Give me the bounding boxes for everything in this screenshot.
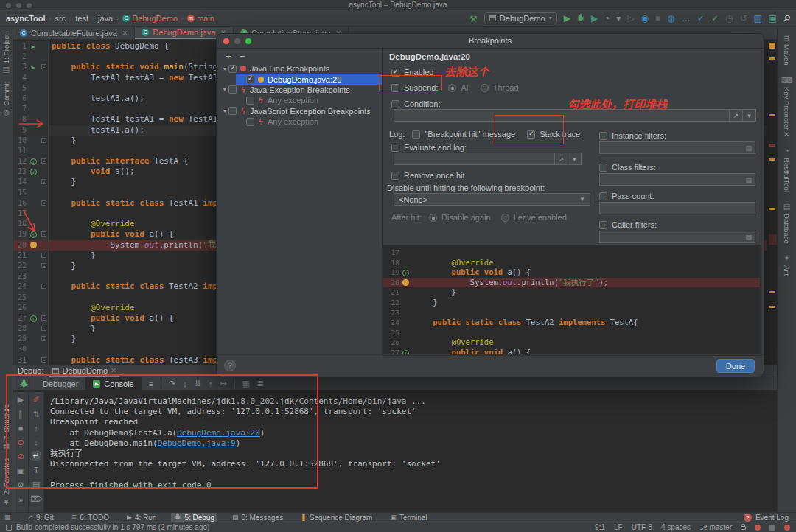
scroll-to-end-icon[interactable]: ↧: [32, 466, 39, 475]
pass-count-input[interactable]: [599, 202, 755, 214]
tree-item-checkbox[interactable]: [228, 107, 237, 115]
instance-filters-checkbox[interactable]: [599, 132, 607, 140]
instance-filters-input[interactable]: ▤: [599, 141, 755, 154]
breakpoint-tree-item[interactable]: ϟAny exception: [217, 116, 382, 127]
expander-icon[interactable]: ▼: [221, 87, 228, 92]
toolbar-item-6-todo[interactable]: ≣6: TODO: [69, 513, 112, 522]
clear-all-icon[interactable]: ⌦: [30, 494, 42, 504]
run-icon[interactable]: ▶: [564, 13, 570, 24]
git-branch[interactable]: ⎇master: [699, 523, 732, 531]
toolbar-item-terminal[interactable]: ▣Terminal: [387, 513, 430, 522]
sidebar-item-commit[interactable]: ◎Commit: [2, 82, 10, 117]
layout-settings-icon[interactable]: ≡: [149, 379, 153, 388]
debug-tab-debugger[interactable]: Debugger: [35, 377, 85, 390]
print-icon[interactable]: ▤: [32, 480, 40, 489]
soft-wrap-icon[interactable]: ↵: [32, 451, 40, 461]
lock-icon[interactable]: [741, 526, 746, 530]
scroll-mark[interactable]: [769, 57, 775, 60]
step-into-icon[interactable]: ↓: [183, 379, 187, 388]
toolbar-item-4-run[interactable]: ▶4: Run: [124, 513, 159, 522]
scroll-mark[interactable]: [769, 43, 775, 49]
pass-count-checkbox[interactable]: [599, 192, 607, 200]
stack-trace-checkbox[interactable]: [527, 130, 535, 139]
tool-windows-icon[interactable]: ▣: [769, 13, 777, 24]
indent-setting[interactable]: 4 spaces: [661, 523, 691, 531]
fold-marker[interactable]: −: [40, 198, 49, 209]
toolbar-item-sequence-diagram[interactable]: ❚Sequence Diagram: [298, 513, 375, 522]
commit-check-icon[interactable]: ✓: [711, 13, 719, 24]
browser-icon[interactable]: ◍: [667, 13, 674, 24]
scroll-mark[interactable]: [769, 144, 775, 147]
folder-icon[interactable]: ▤: [745, 234, 755, 241]
add-breakpoint-button[interactable]: +: [226, 51, 231, 62]
debug-session-tab[interactable]: DebugDemo ✕: [49, 365, 119, 377]
notification-icon[interactable]: [784, 525, 790, 531]
sidebar-item-key-promoter-x[interactable]: ⌨Key Promoter X: [783, 76, 791, 136]
pin-icon[interactable]: »: [18, 495, 23, 504]
run-disabled-icon[interactable]: ▷: [627, 13, 634, 24]
run-to-cursor-icon[interactable]: ↦: [220, 379, 227, 388]
breakpoint-tree-item[interactable]: ▼ϟJavaScript Exception Breakpoints: [217, 106, 382, 116]
scroll-mark[interactable]: [769, 114, 775, 116]
expander-icon[interactable]: ▼: [221, 66, 228, 71]
chevron-down-icon[interactable]: ▾: [742, 110, 755, 121]
breadcrumb-item[interactable]: test: [75, 14, 88, 23]
fold-marker[interactable]: −: [40, 62, 49, 72]
close-icon[interactable]: ✕: [111, 367, 116, 374]
evaluate-expression-icon[interactable]: ▦: [242, 379, 250, 388]
rerun-icon[interactable]: ▶: [18, 395, 24, 405]
mute-breakpoints-icon[interactable]: ⊘: [17, 452, 24, 461]
suspend-thread-radio[interactable]: [481, 84, 489, 92]
fold-marker[interactable]: −: [40, 136, 49, 146]
suspend-checkbox[interactable]: [391, 84, 399, 92]
close-icon[interactable]: ✕: [122, 29, 128, 37]
help-button[interactable]: ?: [224, 360, 236, 371]
line-separator[interactable]: LF: [614, 523, 623, 531]
breakpoint-tree-item[interactable]: DebugDemo.java:20: [217, 74, 382, 84]
remove-once-checkbox[interactable]: [391, 172, 399, 180]
folder-icon[interactable]: ▤: [745, 144, 755, 152]
caret-position[interactable]: 9:1: [595, 523, 605, 531]
tree-item-checkbox[interactable]: [228, 65, 237, 73]
file-encoding[interactable]: UTF-8: [632, 523, 652, 531]
search-everywhere-icon[interactable]: ⚲: [781, 12, 793, 24]
settings-icon[interactable]: ⚙: [17, 480, 24, 490]
scroll-mark[interactable]: [769, 234, 777, 245]
sidebar-item-1-project[interactable]: ▤1: Project: [2, 34, 10, 74]
force-step-into-icon[interactable]: ⇊: [195, 379, 201, 388]
caller-filters-input[interactable]: ▤: [599, 231, 755, 243]
thread-dump-icon[interactable]: ▣: [17, 466, 24, 476]
fold-marker[interactable]: −: [40, 251, 49, 261]
expand-icon[interactable]: ↗: [554, 153, 568, 164]
clear-display-icon[interactable]: ✐: [32, 395, 39, 405]
view-breakpoints-icon[interactable]: ⊙: [17, 438, 24, 447]
fold-marker[interactable]: −: [40, 355, 49, 365]
stop-icon[interactable]: ■: [18, 424, 24, 433]
breakpoint-tree-item[interactable]: ϟAny exception: [217, 95, 382, 105]
condition-checkbox[interactable]: [391, 100, 399, 108]
update-check-icon[interactable]: ✓: [697, 13, 705, 24]
profiler-dropdown-icon[interactable]: ▾: [616, 13, 621, 24]
tree-item-checkbox[interactable]: [246, 75, 254, 83]
evaluate-checkbox[interactable]: [391, 144, 399, 152]
expand-icon[interactable]: ↗: [729, 110, 742, 121]
build-hammer-icon[interactable]: ⚒: [469, 14, 478, 24]
breadcrumb-item[interactable]: mmain: [187, 14, 214, 23]
scroll-up-icon[interactable]: ↑: [34, 424, 38, 433]
tree-item-checkbox[interactable]: [246, 97, 254, 105]
fold-marker[interactable]: −: [40, 313, 49, 323]
breadcrumb-item[interactable]: src: [55, 14, 66, 23]
folder-icon[interactable]: ▤: [745, 176, 755, 183]
scroll-mark[interactable]: [769, 306, 775, 308]
step-over-icon[interactable]: ↷: [169, 379, 175, 388]
fold-marker[interactable]: −: [40, 229, 49, 239]
chevron-down-icon[interactable]: ▾: [568, 153, 581, 164]
debug-tab-console[interactable]: ▶Console: [85, 377, 141, 390]
breadcrumb-item[interactable]: CDebugDemo: [122, 14, 178, 23]
scroll-mark[interactable]: [769, 158, 775, 161]
leave-enabled-radio[interactable]: [501, 214, 509, 222]
toolbar-item-5-debug[interactable]: 5: Debug: [171, 513, 217, 522]
project-structure-icon[interactable]: ▥: [754, 13, 762, 24]
tab-completablefuture-java[interactable]: CCompletableFuture.java✕: [13, 27, 135, 39]
debug-icon[interactable]: [577, 13, 584, 24]
